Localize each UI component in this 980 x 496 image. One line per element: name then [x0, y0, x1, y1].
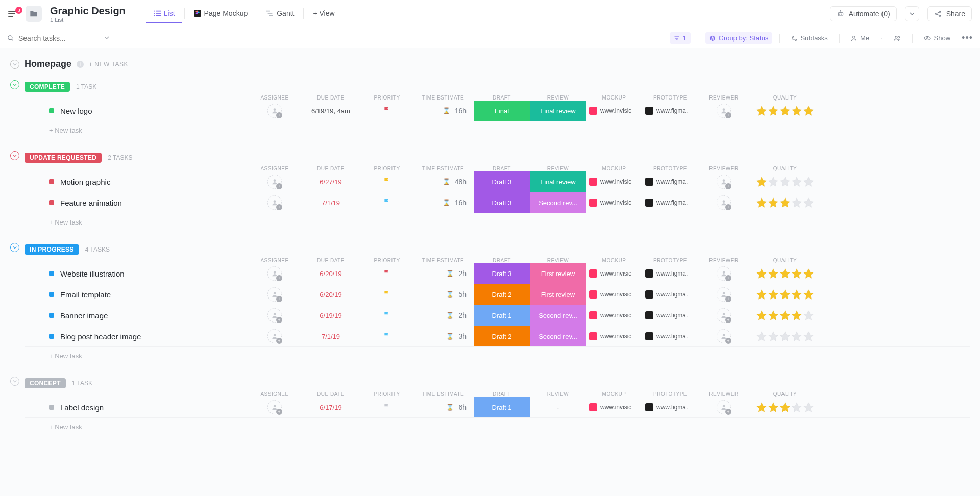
review-tag[interactable]: Second rev... — [530, 305, 586, 326]
due-date[interactable]: 6/17/19 — [300, 404, 361, 411]
reviewer-add[interactable]: + — [717, 287, 731, 302]
prototype-link[interactable]: www.figma. — [642, 269, 698, 278]
draft-tag[interactable]: Draft 3 — [474, 192, 530, 213]
task-row[interactable]: Label design + 6/17/19 ⌛6h Draft 1 - www… — [24, 397, 970, 418]
priority-flag[interactable] — [361, 311, 412, 320]
group-collapse-toggle[interactable] — [10, 80, 19, 89]
assignee-add[interactable]: + — [267, 287, 282, 302]
review-tag[interactable]: Final review — [530, 171, 586, 192]
assignee-add[interactable]: + — [267, 195, 282, 210]
time-estimate[interactable]: ⌛3h — [412, 332, 474, 340]
prototype-link[interactable]: www.figma. — [642, 107, 698, 115]
due-date[interactable]: 6/19/19, 4am — [300, 107, 361, 115]
subtasks-button[interactable]: Subtasks — [787, 32, 831, 44]
task-row[interactable]: Motion graphic + 6/27/19 ⌛48h Draft 3 Fi… — [24, 171, 970, 192]
new-task-button[interactable]: + New task — [24, 418, 970, 431]
assignee-add[interactable]: + — [267, 329, 282, 343]
draft-tag[interactable]: Draft 2 — [474, 326, 530, 346]
quality-stars[interactable] — [749, 197, 821, 208]
view-tab-page-mockup[interactable]: Page Mockup — [187, 4, 255, 23]
me-button[interactable]: Me — [847, 32, 873, 44]
time-estimate[interactable]: ⌛16h — [412, 199, 474, 207]
share-button[interactable]: Share — [927, 6, 972, 21]
draft-tag[interactable]: Draft 1 — [474, 305, 530, 326]
assignees-button[interactable] — [890, 33, 905, 43]
info-icon[interactable]: i — [77, 61, 84, 68]
status-chip[interactable]: CONCEPT — [24, 378, 66, 388]
mockup-link[interactable]: www.invisic — [586, 269, 642, 278]
due-date[interactable]: 6/20/19 — [300, 270, 361, 278]
more-options[interactable]: ••• — [962, 33, 973, 43]
automate-button[interactable]: Automate (0) — [830, 6, 897, 21]
task-row[interactable]: New logo + 6/19/19, 4am ⌛16h Final Final… — [24, 101, 970, 121]
task-row[interactable]: Website illustration + 6/20/19 ⌛2h Draft… — [24, 263, 970, 284]
review-tag[interactable]: First review — [530, 263, 586, 284]
due-date[interactable]: 6/20/19 — [300, 291, 361, 299]
reviewer-add[interactable]: + — [717, 308, 731, 323]
due-date[interactable]: 7/1/19 — [300, 333, 361, 340]
review-tag[interactable]: First review — [530, 284, 586, 305]
prototype-link[interactable]: www.figma. — [642, 290, 698, 299]
add-view-button[interactable]: + View — [306, 4, 341, 23]
reviewer-add[interactable]: + — [717, 104, 731, 118]
prototype-link[interactable]: www.figma. — [642, 403, 698, 411]
priority-flag[interactable] — [361, 198, 412, 208]
quality-stars[interactable] — [749, 289, 821, 300]
due-date[interactable]: 6/19/19 — [300, 312, 361, 319]
time-estimate[interactable]: ⌛2h — [412, 269, 474, 278]
filter-count-button[interactable]: 1 — [670, 32, 691, 44]
mockup-link[interactable]: www.invisic — [586, 403, 642, 411]
prototype-link[interactable]: www.figma. — [642, 332, 698, 340]
draft-tag[interactable]: Final — [474, 101, 530, 121]
group-by-button[interactable]: Group by: Status — [705, 32, 773, 44]
mockup-link[interactable]: www.invisic — [586, 311, 642, 319]
quality-stars[interactable] — [749, 310, 821, 321]
reviewer-add[interactable]: + — [717, 195, 731, 210]
show-button[interactable]: Show — [920, 32, 955, 44]
reviewer-add[interactable]: + — [717, 266, 731, 281]
priority-flag[interactable] — [361, 332, 412, 341]
prototype-link[interactable]: www.figma. — [642, 311, 698, 319]
draft-tag[interactable]: Draft 2 — [474, 284, 530, 305]
mockup-link[interactable]: www.invisic — [586, 332, 642, 340]
priority-flag[interactable] — [361, 106, 412, 116]
priority-flag[interactable] — [361, 269, 412, 279]
reviewer-add[interactable]: + — [717, 329, 731, 343]
new-task-button[interactable]: + New task — [24, 213, 970, 226]
task-row[interactable]: Blog post header image + 7/1/19 ⌛3h Draf… — [24, 326, 970, 347]
time-estimate[interactable]: ⌛6h — [412, 403, 474, 411]
due-date[interactable]: 7/1/19 — [300, 199, 361, 207]
draft-tag[interactable]: Draft 3 — [474, 263, 530, 284]
prototype-link[interactable]: www.figma. — [642, 199, 698, 207]
reviewer-add[interactable]: + — [717, 175, 731, 189]
group-collapse-toggle[interactable] — [10, 243, 19, 252]
assignee-add[interactable]: + — [267, 175, 282, 189]
time-estimate[interactable]: ⌛2h — [412, 311, 474, 319]
review-tag[interactable]: Second rev... — [530, 192, 586, 213]
task-row[interactable]: Feature animation + 7/1/19 ⌛16h Draft 3 … — [24, 192, 970, 213]
time-estimate[interactable]: ⌛16h — [412, 107, 474, 115]
status-chip[interactable]: COMPLETE — [24, 82, 70, 92]
assignee-add[interactable]: + — [267, 104, 282, 118]
quality-stars[interactable] — [749, 331, 821, 342]
status-chip[interactable]: IN PROGRESS — [24, 244, 79, 255]
list-collapse-toggle[interactable] — [10, 60, 19, 69]
draft-tag[interactable]: Draft 1 — [474, 397, 530, 417]
mockup-link[interactable]: www.invisic — [586, 199, 642, 207]
view-tab-list[interactable]: List — [146, 4, 182, 23]
review-tag[interactable]: Final review — [530, 101, 586, 121]
new-task-header-button[interactable]: + NEW TASK — [89, 61, 128, 68]
priority-flag[interactable] — [361, 403, 412, 412]
review-tag[interactable]: Second rev... — [530, 326, 586, 346]
new-task-button[interactable]: + New task — [24, 121, 970, 134]
time-estimate[interactable]: ⌛5h — [412, 290, 474, 299]
menu-toggle[interactable]: 3 — [8, 11, 17, 17]
search-input[interactable] — [18, 34, 100, 42]
mockup-link[interactable]: www.invisic — [586, 178, 642, 186]
search-dropdown[interactable] — [104, 34, 109, 42]
mockup-link[interactable]: www.invisic — [586, 107, 642, 115]
status-chip[interactable]: UPDATE REQUESTED — [24, 153, 102, 163]
assignee-add[interactable]: + — [267, 400, 282, 414]
quality-stars[interactable] — [749, 402, 821, 413]
priority-flag[interactable] — [361, 290, 412, 300]
